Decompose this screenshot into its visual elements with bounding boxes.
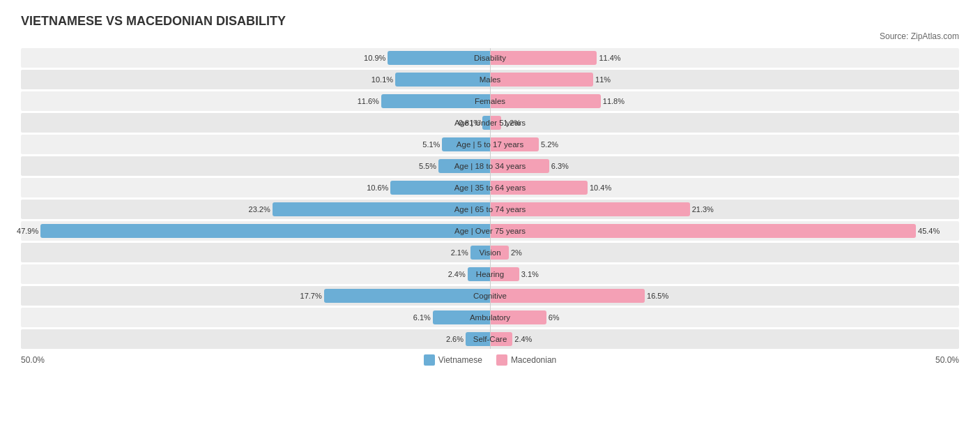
val-left-label: 5.1% xyxy=(422,140,442,149)
legend-macedonian-label: Macedonian xyxy=(511,355,556,365)
bar-vietnamese xyxy=(438,159,490,173)
bar-vietnamese xyxy=(466,332,490,346)
val-right-label: 6.3% xyxy=(549,162,569,170)
bar-vietnamese xyxy=(273,202,490,216)
bar-macedonian xyxy=(490,202,690,216)
val-right-label: 16.5% xyxy=(645,292,668,300)
legend-vietnamese-label: Vietnamese xyxy=(438,355,482,365)
source-label: Source: ZipAtlas.com xyxy=(21,31,959,41)
bar-macedonian xyxy=(490,310,546,324)
footer-right-value: 50.0% xyxy=(924,355,959,365)
val-right-label: 10.4% xyxy=(588,183,611,192)
val-right-label: 2.4% xyxy=(512,335,532,343)
val-right-label: 11.4% xyxy=(597,54,620,62)
bar-vietnamese xyxy=(388,51,490,65)
bar-macedonian xyxy=(490,94,601,108)
val-left-label: 23.2% xyxy=(249,205,273,214)
val-right-label: 6% xyxy=(546,313,560,322)
bar-vietnamese xyxy=(470,246,490,260)
val-left-label: 11.6% xyxy=(358,97,381,105)
bar-macedonian xyxy=(490,137,539,151)
legend-macedonian: Macedonian xyxy=(496,354,556,366)
val-left-label: 6.1% xyxy=(413,313,433,322)
val-left-label: 10.1% xyxy=(372,75,395,84)
footer-left-value: 50.0% xyxy=(21,355,56,365)
val-right-label: 5.2% xyxy=(539,140,558,149)
bar-macedonian xyxy=(490,289,645,303)
val-left-label: 0.81% xyxy=(459,119,482,127)
val-right-label: 11% xyxy=(593,75,611,84)
bar-vietnamese xyxy=(390,181,490,195)
val-left-label: 47.9% xyxy=(17,227,40,235)
bar-vietnamese xyxy=(395,73,490,87)
bar-macedonian xyxy=(490,51,597,65)
val-left-label: 2.4% xyxy=(448,270,468,278)
bar-macedonian xyxy=(490,332,512,346)
chart-footer: 50.0% Vietnamese Macedonian 50.0% xyxy=(21,354,959,366)
val-right-label: 3.1% xyxy=(519,270,539,278)
bar-macedonian xyxy=(490,267,519,281)
legend: Vietnamese Macedonian xyxy=(56,354,924,366)
bar-vietnamese xyxy=(442,137,490,151)
val-right-label: 2% xyxy=(509,248,522,257)
bar-macedonian xyxy=(490,159,549,173)
bar-macedonian xyxy=(490,116,501,130)
bar-vietnamese xyxy=(40,224,490,238)
chart-title: VIETNAMESE VS MACEDONIAN DISABILITY xyxy=(21,14,959,29)
legend-vietnamese: Vietnamese xyxy=(424,354,482,366)
bar-macedonian xyxy=(490,181,588,195)
val-right-label: 1.2% xyxy=(501,119,521,127)
chart-area: 10.9%11.4%Disability10.1%11%Males11.6%11… xyxy=(21,48,959,349)
bar-vietnamese xyxy=(381,94,490,108)
bar-macedonian xyxy=(490,73,593,87)
val-left-label: 10.6% xyxy=(367,183,390,192)
val-left-label: 2.1% xyxy=(451,248,470,257)
bar-vietnamese xyxy=(433,310,490,324)
val-left-label: 17.7% xyxy=(300,292,324,300)
bar-vietnamese xyxy=(468,267,490,281)
bar-vietnamese xyxy=(482,116,490,130)
val-left-label: 5.5% xyxy=(419,162,438,170)
val-right-label: 11.8% xyxy=(601,97,625,105)
bar-macedonian xyxy=(490,246,509,260)
bar-vietnamese xyxy=(324,289,490,303)
legend-blue-box xyxy=(424,354,435,366)
val-left-label: 2.6% xyxy=(446,335,466,343)
val-right-label: 21.3% xyxy=(690,205,714,214)
bar-macedonian xyxy=(490,224,916,238)
val-right-label: 45.4% xyxy=(916,227,940,235)
legend-pink-box xyxy=(496,354,507,366)
val-left-label: 10.9% xyxy=(364,54,388,62)
